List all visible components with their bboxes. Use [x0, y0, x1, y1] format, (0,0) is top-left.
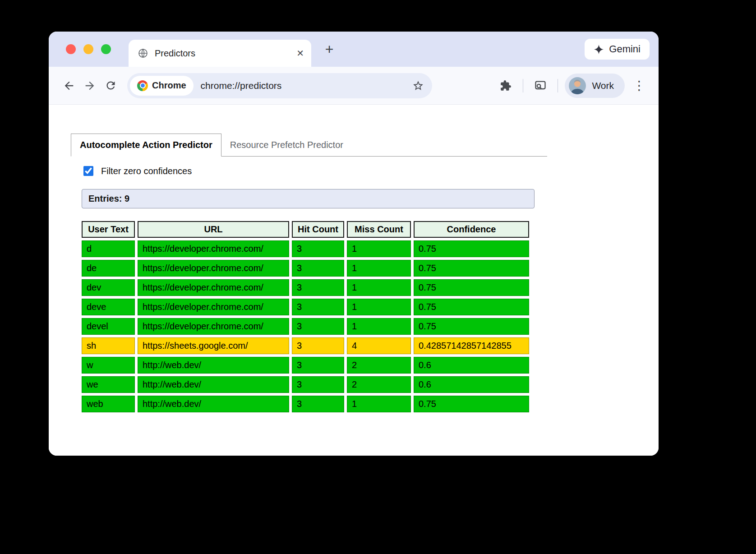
cell-miss-count: 1	[347, 260, 411, 277]
chrome-site-chip[interactable]: Chrome	[130, 76, 194, 96]
cell-user-text: w	[82, 357, 135, 374]
back-button[interactable]	[59, 75, 79, 96]
cell-url: https://developer.chrome.com/	[138, 318, 289, 335]
screen-search-button[interactable]	[530, 75, 551, 96]
chrome-chip-label: Chrome	[152, 80, 186, 91]
window-close-button[interactable]	[66, 44, 76, 54]
cell-confidence: 0.6	[414, 357, 529, 374]
gemini-label: Gemini	[609, 43, 641, 55]
cell-confidence: 0.75	[414, 260, 529, 277]
cell-miss-count: 1	[347, 279, 411, 296]
cell-confidence: 0.75	[414, 299, 529, 315]
cell-user-text: deve	[82, 299, 135, 315]
bookmark-star-icon[interactable]	[412, 80, 424, 92]
table-row: de https://developer.chrome.com/ 3 1 0.7…	[82, 260, 529, 277]
cell-confidence: 0.75	[414, 240, 529, 257]
cell-hit-count: 3	[292, 260, 344, 277]
filter-checkbox-label: Filter zero confidences	[101, 166, 192, 176]
cell-url: https://developer.chrome.com/	[138, 260, 289, 277]
column-header: Miss Count	[347, 221, 411, 238]
toolbar-right-group: Work ⋮	[495, 74, 647, 98]
cell-url: https://developer.chrome.com/	[138, 240, 289, 257]
cell-hit-count: 3	[292, 299, 344, 315]
cell-confidence: 0.75	[414, 279, 529, 296]
cell-url: http://web.dev/	[138, 357, 289, 374]
profile-avatar	[569, 77, 586, 94]
table-row: w http://web.dev/ 3 2 0.6	[82, 357, 529, 374]
column-header: Hit Count	[292, 221, 344, 238]
gemini-button[interactable]: Gemini	[585, 39, 650, 60]
filter-zero-checkbox[interactable]	[83, 166, 93, 176]
entries-count: Entries: 9	[82, 189, 535, 208]
predictor-body: Filter zero confidences Entries: 9 User …	[82, 165, 659, 415]
cell-hit-count: 3	[292, 337, 344, 354]
cell-user-text: dev	[82, 279, 135, 296]
table-row: d https://developer.chrome.com/ 3 1 0.75	[82, 240, 529, 257]
cell-url: https://developer.chrome.com/	[138, 299, 289, 315]
cell-url: http://web.dev/	[138, 376, 289, 393]
reload-button[interactable]	[100, 75, 121, 96]
predictor-tabs: Autocomplete Action Predictor Resource P…	[71, 134, 547, 157]
window-fullscreen-button[interactable]	[101, 44, 111, 54]
browser-window: Predictors ✕ + Gemini	[49, 32, 659, 456]
profile-name: Work	[592, 80, 614, 91]
tab-title: Predictors	[155, 48, 296, 59]
browser-tab-predictors[interactable]: Predictors ✕	[129, 40, 311, 67]
cell-miss-count: 1	[347, 299, 411, 315]
cell-url: http://web.dev/	[138, 396, 289, 412]
cell-url: https://developer.chrome.com/	[138, 279, 289, 296]
cell-confidence: 0.6	[414, 376, 529, 393]
tab-close-icon[interactable]: ✕	[296, 48, 304, 59]
table-header-row: User TextURLHit CountMiss CountConfidenc…	[82, 221, 529, 238]
cell-hit-count: 3	[292, 318, 344, 335]
back-arrow-icon	[63, 79, 75, 92]
cell-hit-count: 3	[292, 396, 344, 412]
cell-hit-count: 3	[292, 357, 344, 374]
url-text[interactable]: chrome://predictors	[201, 80, 412, 91]
toolbar-divider	[558, 79, 558, 92]
table-row: web http://web.dev/ 3 1 0.75	[82, 396, 529, 412]
window-controls	[66, 44, 111, 54]
cell-user-text: we	[82, 376, 135, 393]
tab-autocomplete-action-predictor[interactable]: Autocomplete Action Predictor	[71, 134, 221, 157]
cell-user-text: d	[82, 240, 135, 257]
tab-strip: Predictors ✕ + Gemini	[49, 32, 659, 67]
tab-resource-prefetch-predictor[interactable]: Resource Prefetch Predictor	[221, 134, 352, 156]
new-tab-button[interactable]: +	[319, 39, 339, 59]
table-row: devel https://developer.chrome.com/ 3 1 …	[82, 318, 529, 335]
predictor-table: User TextURLHit CountMiss CountConfidenc…	[79, 218, 532, 415]
globe-favicon-icon	[138, 48, 148, 59]
toolbar-divider	[523, 79, 523, 92]
cell-confidence: 0.75	[414, 396, 529, 412]
table-row: we http://web.dev/ 3 2 0.6	[82, 376, 529, 393]
forward-button[interactable]	[79, 75, 100, 96]
cell-user-text: de	[82, 260, 135, 277]
window-minimize-button[interactable]	[83, 44, 93, 54]
forward-arrow-icon	[83, 79, 96, 92]
cell-confidence: 0.75	[414, 318, 529, 335]
column-header: URL	[138, 221, 289, 238]
column-header: User Text	[82, 221, 135, 238]
reload-icon	[105, 79, 117, 92]
toolbar: Chrome chrome://predictors	[49, 67, 659, 105]
cell-hit-count: 3	[292, 240, 344, 257]
table-row: deve https://developer.chrome.com/ 3 1 0…	[82, 299, 529, 315]
cell-miss-count: 1	[347, 240, 411, 257]
extensions-button[interactable]	[495, 75, 516, 96]
cell-user-text: devel	[82, 318, 135, 335]
column-header: Confidence	[414, 221, 529, 238]
cell-miss-count: 1	[347, 396, 411, 412]
cell-miss-count: 4	[347, 337, 411, 354]
screen-search-icon	[534, 79, 547, 92]
predictor-table-body: d https://developer.chrome.com/ 3 1 0.75…	[82, 240, 529, 412]
cell-hit-count: 3	[292, 279, 344, 296]
browser-menu-button[interactable]: ⋮	[632, 78, 647, 93]
table-row: sh https://sheets.google.com/ 3 4 0.4285…	[82, 337, 529, 354]
address-bar[interactable]: Chrome chrome://predictors	[127, 73, 432, 98]
cell-hit-count: 3	[292, 376, 344, 393]
gemini-sparkle-icon	[594, 44, 604, 55]
cell-miss-count: 2	[347, 376, 411, 393]
profile-button[interactable]: Work	[565, 74, 625, 98]
cell-user-text: sh	[82, 337, 135, 354]
table-row: dev https://developer.chrome.com/ 3 1 0.…	[82, 279, 529, 296]
